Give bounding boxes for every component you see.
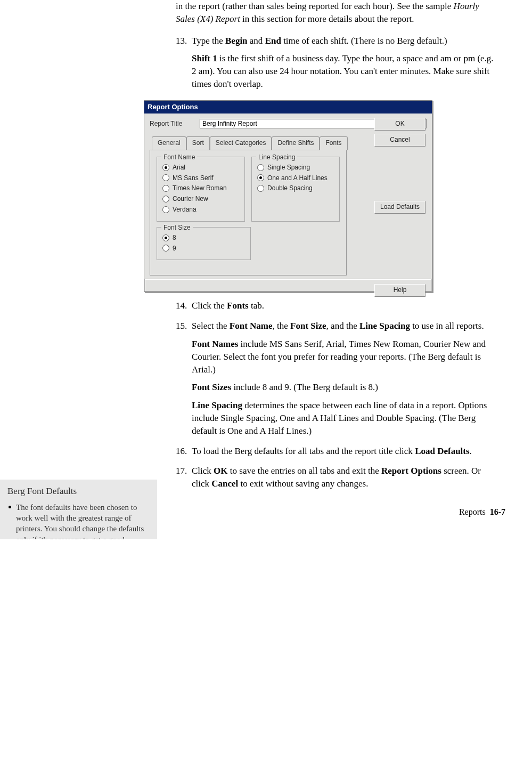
bold-term: Font Sizes — [192, 382, 231, 392]
tab-select-categories[interactable]: Select Categories — [210, 136, 272, 150]
cancel-button[interactable]: Cancel — [374, 134, 425, 147]
group-legend: Font Size — [161, 223, 193, 232]
bold-term: Line Spacing — [359, 321, 410, 331]
radio-icon — [162, 196, 169, 202]
bold-term: Begin — [225, 36, 248, 46]
step-15: 15. Select the Font Name, the Font Size,… — [176, 320, 495, 437]
bold-term: Shift 1 — [192, 53, 217, 63]
step-13: 13. Type the Begin and End time of each … — [176, 35, 495, 91]
sidebar-tip: Berg Font Defaults The font defaults hav… — [0, 480, 157, 539]
dialog-titlebar: Report Options — [144, 101, 432, 114]
text: Type the — [192, 36, 225, 46]
radio-mssans[interactable]: MS Sans Serif — [162, 174, 239, 183]
text: in the report (rather than sales being r… — [176, 1, 454, 11]
text: to save the entries on all tabs and exit… — [228, 466, 381, 476]
ok-button[interactable]: OK — [374, 118, 425, 131]
sidebar-title: Berg Font Defaults — [7, 485, 150, 498]
radio-times[interactable]: Times New Roman — [162, 184, 239, 193]
step-number: 15. — [176, 320, 187, 333]
radio-icon — [162, 245, 169, 252]
load-defaults-button[interactable]: Load Defaults — [374, 201, 425, 214]
text: time of each shift. (There is no Berg de… — [281, 36, 447, 46]
bold-term: Line Spacing — [192, 400, 242, 410]
paragraph-continuation: in the report (rather than sales being r… — [176, 0, 495, 26]
step-16: 16. To load the Berg defaults for all ta… — [176, 445, 495, 458]
radio-icon — [162, 174, 169, 181]
radio-icon — [257, 174, 264, 181]
radio-single[interactable]: Single Spacing — [257, 163, 334, 172]
group-legend: Line Spacing — [256, 153, 297, 162]
report-title-label: Report Title — [150, 119, 192, 128]
step-number: 14. — [176, 299, 187, 312]
radio-verdana[interactable]: Verdana — [162, 205, 239, 214]
bold-term: OK — [214, 466, 227, 476]
bold-term: Font Name — [230, 321, 273, 331]
radio-double[interactable]: Double Spacing — [257, 184, 334, 193]
radio-onehalf[interactable]: One and A Half Lines — [257, 174, 334, 183]
sidebar-bullet: The font defaults have been chosen to wo… — [7, 502, 150, 540]
font-size-group: Font Size 8 9 — [157, 227, 251, 261]
bold-term: Cancel — [211, 479, 238, 489]
radio-icon — [162, 164, 169, 171]
text: to use in all reports. — [410, 321, 484, 331]
tab-general[interactable]: General — [152, 136, 186, 150]
radio-size-8[interactable]: 8 — [162, 233, 245, 242]
bold-term: Report Options — [381, 466, 441, 476]
step-number: 16. — [176, 445, 187, 458]
line-spacing-group: Line Spacing Single Spacing One and A Ha… — [251, 157, 340, 222]
text: tab. — [249, 301, 264, 311]
radio-label: 9 — [173, 244, 176, 253]
step-number: 17. — [176, 465, 187, 477]
bold-term: Font Names — [192, 339, 238, 349]
bold-term: End — [265, 36, 281, 46]
radio-label: Verdana — [173, 205, 197, 214]
tab-fonts[interactable]: Fonts — [320, 136, 347, 150]
radio-icon — [257, 164, 264, 171]
bold-term: Load Defaults — [415, 446, 469, 456]
tab-strip: General Sort Select Categories Define Sh… — [150, 136, 348, 150]
radio-label: One and A Half Lines — [267, 174, 328, 183]
radio-icon — [257, 185, 264, 192]
text: To load the Berg defaults for all tabs a… — [192, 446, 415, 456]
step-14: 14. Click the Fonts tab. — [176, 299, 495, 312]
radio-label: 8 — [173, 233, 176, 242]
text: include 8 and 9. (The Berg default is 8.… — [231, 382, 378, 392]
radio-label: Times New Roman — [173, 184, 227, 193]
group-legend: Font Name — [161, 153, 197, 162]
radio-label: Courier New — [173, 194, 208, 204]
fonts-tab-panel: Font Name Arial MS Sans Serif Times New … — [150, 150, 347, 276]
step-17: 17. Click OK to save the entries on all … — [176, 465, 495, 490]
help-button[interactable]: Help — [374, 284, 425, 297]
text: and — [248, 36, 265, 46]
tab-sort[interactable]: Sort — [186, 136, 210, 150]
text: is the first shift of a business day. Ty… — [192, 53, 494, 89]
radio-arial[interactable]: Arial — [162, 163, 239, 172]
text: , the — [273, 321, 291, 331]
text: Click the — [192, 301, 227, 311]
text: . — [470, 446, 472, 456]
footer-section: Reports — [459, 507, 486, 516]
radio-courier[interactable]: Courier New — [162, 194, 239, 204]
bold-term: Font Size — [290, 321, 326, 331]
footer-page-number: 16-7 — [490, 507, 505, 516]
step-number: 13. — [176, 35, 187, 47]
text: Select the — [192, 321, 230, 331]
radio-icon — [162, 185, 169, 192]
text: in this section for more details about t… — [240, 14, 414, 24]
radio-label: Arial — [173, 163, 185, 172]
report-options-dialog: Report Options Report Title General Sort… — [144, 100, 432, 293]
radio-size-9[interactable]: 9 — [162, 244, 245, 253]
radio-icon — [162, 206, 169, 213]
tab-define-shifts[interactable]: Define Shifts — [272, 136, 320, 150]
text: , and the — [326, 321, 359, 331]
radio-icon — [162, 234, 169, 241]
text: to exit without saving any changes. — [238, 479, 368, 489]
radio-label: MS Sans Serif — [173, 174, 214, 183]
text: Click — [192, 466, 214, 476]
bold-term: Fonts — [227, 301, 249, 311]
radio-label: Double Spacing — [267, 184, 313, 193]
radio-label: Single Spacing — [267, 163, 310, 172]
font-name-group: Font Name Arial MS Sans Serif Times New … — [157, 157, 245, 222]
